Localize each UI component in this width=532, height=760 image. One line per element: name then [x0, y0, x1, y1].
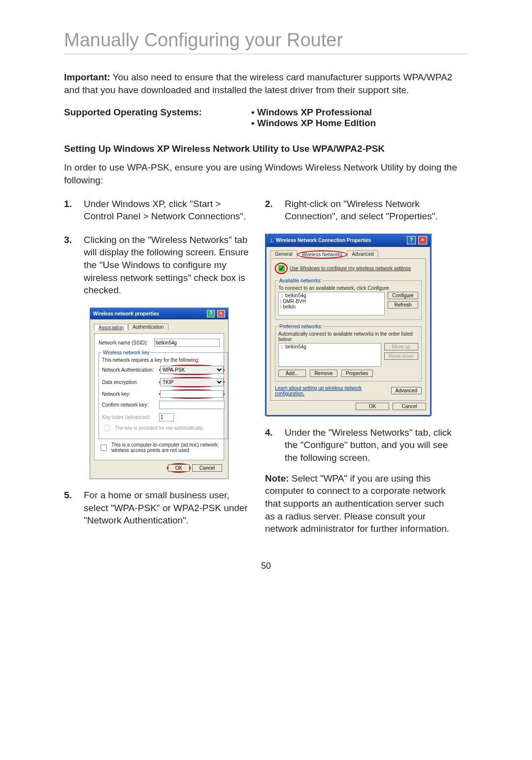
enc-select[interactable]: TKIP: [160, 378, 224, 386]
close-icon[interactable]: ×: [418, 236, 427, 244]
preferred-listbox[interactable]: 𝚒belkin54g: [278, 343, 381, 367]
step-number: 4.: [265, 426, 276, 464]
properties-button[interactable]: Properties: [341, 370, 373, 377]
preferred-hint: Automatically connect to available netwo…: [278, 331, 418, 342]
dialog-title: Wireless network properties: [93, 311, 159, 316]
refresh-button[interactable]: Refresh: [388, 301, 418, 309]
adhoc-checkbox[interactable]: [100, 445, 107, 451]
tab-advanced[interactable]: Advanced: [347, 250, 378, 257]
step-number: 2.: [265, 198, 276, 223]
section-subheading: Setting Up Windows XP Wireless Network U…: [64, 143, 468, 154]
auto-key-label: The key is provided for me automatically: [115, 425, 203, 431]
list-item[interactable]: belkin54g: [285, 344, 306, 349]
tab-wireless-networks[interactable]: Wireless Networks: [297, 250, 348, 259]
important-paragraph: Important: You also need to ensure that …: [64, 71, 468, 96]
supported-os-label: Supported Operating Systems:: [64, 107, 222, 129]
move-up-button: Move up: [384, 343, 418, 350]
antenna-icon: ⊥: [269, 238, 274, 243]
intro-paragraph: In order to use WPA-PSK, ensure you are …: [64, 161, 468, 186]
remove-button[interactable]: Remove: [310, 370, 337, 377]
preferred-legend: Preferred networks:: [278, 324, 323, 329]
key-required-text: This network requires a key for the foll…: [102, 357, 225, 363]
ok-button[interactable]: OK: [168, 464, 190, 472]
help-icon[interactable]: ?: [407, 236, 416, 244]
auth-select[interactable]: WPA-PSK: [160, 366, 224, 374]
cancel-button[interactable]: Cancel: [393, 403, 426, 410]
help-icon[interactable]: ?: [207, 310, 215, 317]
advanced-button[interactable]: Advanced: [391, 387, 422, 394]
signal-icon: i: [280, 299, 281, 304]
note-paragraph: Note: Select "WPA" if you are using this…: [265, 472, 452, 535]
page-number: 50: [64, 561, 468, 571]
key-index-input: [159, 413, 174, 421]
learn-link[interactable]: Learn about setting up wireless network …: [275, 385, 388, 396]
step-text: Right-click on "Wireless Network Connect…: [285, 198, 452, 223]
tab-authentication[interactable]: Authentication: [128, 323, 168, 330]
important-label: Important:: [64, 72, 110, 82]
auth-label: Network Authentication:: [102, 367, 156, 373]
dialog-title: Wireless Network Connection Properties: [276, 238, 371, 243]
key-input[interactable]: [160, 390, 224, 398]
use-windows-checkbox[interactable]: [278, 265, 285, 272]
list-item[interactable]: belkin: [283, 304, 296, 310]
configure-button[interactable]: Configure: [388, 292, 418, 299]
step-text: Under Windows XP, click "Start > Control…: [84, 198, 251, 223]
cancel-button[interactable]: Cancel: [192, 464, 222, 472]
os-item-1: • Windows XP Professional: [251, 107, 376, 118]
available-listbox[interactable]: 𝚒belkin54g iDMR-BVH ibelkin: [278, 292, 385, 315]
page-title: Manually Configuring your Router: [64, 30, 468, 54]
tab-association[interactable]: Association: [94, 324, 128, 331]
step-number: 3.: [64, 234, 75, 297]
important-text: You also need to ensure that the wireles…: [64, 72, 452, 95]
available-legend: Available networks:: [278, 278, 323, 283]
ssid-input[interactable]: [154, 339, 220, 347]
key-index-label: Key index (advanced):: [102, 415, 156, 420]
connection-properties-dialog: ⊥Wireless Network Connection Properties …: [265, 234, 432, 416]
list-item[interactable]: DMR-BVH: [283, 299, 306, 304]
auto-key-checkbox: [104, 425, 110, 431]
key-label: Network key:: [102, 391, 156, 397]
step-number: 5.: [64, 489, 75, 527]
step-text: For a home or small business user, selec…: [84, 489, 251, 527]
confirm-key-input[interactable]: [159, 401, 225, 409]
signal-icon: 𝚒: [280, 344, 284, 349]
step-text: Clicking on the "Wireless Networks" tab …: [84, 234, 251, 297]
wireless-properties-dialog: Wireless network properties ? × Associat…: [90, 308, 229, 479]
step-text: Under the "Wireless Networks" tab, click…: [285, 426, 452, 464]
note-label: Note:: [265, 473, 289, 484]
signal-icon: 𝚒: [280, 293, 284, 298]
signal-icon: i: [280, 304, 281, 310]
use-windows-label: Use Windows to configure my wireless net…: [290, 266, 411, 271]
os-item-2: • Windows XP Home Edition: [251, 118, 376, 129]
ssid-label: Network name (SSID):: [99, 340, 151, 345]
adhoc-label: This is a computer-to-computer (ad hoc) …: [111, 442, 220, 453]
step-number: 1.: [64, 198, 75, 223]
ok-button[interactable]: OK: [356, 403, 389, 410]
key-legend: Wireless network key: [102, 350, 150, 355]
note-text: Select "WPA" if you are using this compu…: [265, 473, 449, 534]
add-button[interactable]: Add...: [278, 370, 306, 377]
enc-label: Data encryption:: [102, 380, 156, 385]
tab-general[interactable]: General: [270, 250, 297, 257]
confirm-key-label: Confirm network key:: [102, 402, 156, 408]
list-item[interactable]: belkin54g: [285, 293, 306, 298]
move-down-button: Move down: [384, 352, 418, 360]
close-icon[interactable]: ×: [217, 310, 225, 317]
available-hint: To connect to an available network, clic…: [278, 285, 418, 291]
